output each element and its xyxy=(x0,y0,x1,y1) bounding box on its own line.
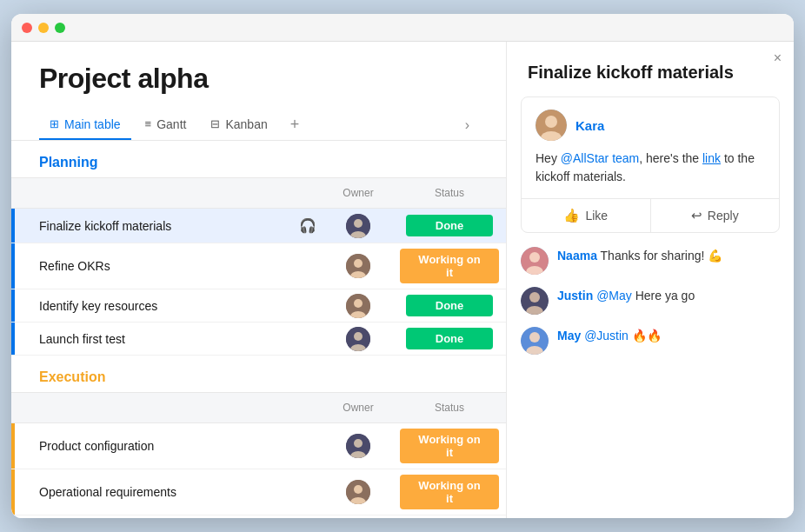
tab-gantt-label: Gantt xyxy=(156,117,186,131)
svg-point-4 xyxy=(354,259,363,268)
project-header: Project alpha xyxy=(11,42,506,102)
svg-point-10 xyxy=(354,332,363,341)
minimize-button[interactable] xyxy=(38,23,49,33)
tab-kanban-label: Kanban xyxy=(225,117,267,131)
execution-col-task-header xyxy=(11,402,323,413)
reply-author: Justin xyxy=(557,289,593,303)
naama-avatar xyxy=(521,247,549,275)
like-button[interactable]: 👍 Like xyxy=(522,199,650,232)
more-tabs-button[interactable]: › xyxy=(456,110,478,140)
reply-item: May @Justin 🔥🔥 xyxy=(521,327,780,355)
row-status-cell: Done xyxy=(393,289,506,322)
justin-avatar xyxy=(521,287,549,315)
reply-label: Reply xyxy=(708,209,739,223)
row-owner-cell xyxy=(323,480,393,504)
window-body: Project alpha ⊞ Main table ≡ Gantt ⊟ Kan… xyxy=(11,42,794,518)
headphone-icon: 🎧 xyxy=(299,217,316,234)
svg-point-13 xyxy=(354,439,363,448)
tab-main-table[interactable]: ⊞ Main table xyxy=(39,110,131,140)
comment-actions: 👍 Like ↩ Reply xyxy=(522,198,779,232)
reply-content: Naama Thanks for sharing! 💪 xyxy=(557,247,722,265)
reply-item: Naama Thanks for sharing! 💪 xyxy=(521,247,780,275)
kanban-icon: ⊟ xyxy=(210,117,220,130)
table-icon: ⊞ xyxy=(50,117,59,130)
svg-point-16 xyxy=(354,485,363,494)
task-name: Refine OKRs xyxy=(39,259,316,273)
avatar xyxy=(346,254,370,278)
section-planning-header: Planning xyxy=(11,141,506,177)
avatar xyxy=(346,214,370,238)
svg-point-28 xyxy=(529,252,540,263)
reply-item: Justin @May Here ya go xyxy=(521,287,780,315)
planning-table-header: Owner Status xyxy=(11,177,506,209)
row-task-cell: Finalize kickoff materials 🎧 xyxy=(15,209,323,243)
add-tab-button[interactable]: + xyxy=(282,109,309,141)
section-execution-title: Execution xyxy=(39,369,105,385)
left-panel: Project alpha ⊞ Main table ≡ Gantt ⊟ Kan… xyxy=(11,42,507,518)
table-row[interactable]: Finalize kickoff materials 🎧 xyxy=(11,209,506,243)
row-status-cell: Done xyxy=(393,323,506,355)
table-area: Planning Owner Status Finalize kickoff m… xyxy=(11,141,506,518)
table-row[interactable]: Payment processing xyxy=(11,515,506,518)
status-badge: Working on it xyxy=(400,249,499,283)
row-task-cell: Refine OKRs xyxy=(15,250,323,282)
section-execution-header: Execution xyxy=(11,356,506,392)
row-owner-cell xyxy=(323,254,393,278)
comment-text: Hey @AllStar team, here's the link to th… xyxy=(536,150,765,186)
avatar xyxy=(346,480,370,504)
svg-point-31 xyxy=(529,292,540,303)
kara-avatar xyxy=(536,110,567,141)
like-label: Like xyxy=(585,209,608,223)
row-owner-cell xyxy=(323,327,393,351)
status-badge: Done xyxy=(406,215,493,236)
reply-author: Naama xyxy=(557,249,597,263)
planning-col-task-header xyxy=(11,188,323,198)
mention-allstar: @AllStar team xyxy=(561,151,639,165)
reply-section: Naama Thanks for sharing! 💪 Just xyxy=(507,247,794,367)
section-planning: Planning Owner Status Finalize kickoff m… xyxy=(11,141,506,356)
reply-button[interactable]: ↩ Reply xyxy=(650,199,780,232)
table-row[interactable]: Refine OKRs W xyxy=(11,243,506,289)
title-bar xyxy=(11,14,794,42)
tab-main-table-label: Main table xyxy=(64,117,121,131)
section-planning-title: Planning xyxy=(39,155,98,170)
row-owner-cell xyxy=(323,434,393,458)
table-row[interactable]: Identify key resources xyxy=(11,289,506,323)
comment-author-row: Kara xyxy=(536,110,765,141)
reply-text: Thanks for sharing! 💪 xyxy=(601,249,723,263)
svg-point-25 xyxy=(545,116,557,128)
row-status-cell: Stuck xyxy=(393,515,506,518)
panel-title: Finalize kickoff materials xyxy=(507,42,794,96)
planning-col-status-header: Status xyxy=(393,182,506,204)
close-panel-button[interactable]: × xyxy=(774,50,782,66)
row-owner-cell xyxy=(323,294,393,318)
task-name: Operational requirements xyxy=(39,485,316,499)
row-status-cell: Working on it xyxy=(393,243,506,289)
comment-card: Kara Hey @AllStar team, here's the link … xyxy=(521,96,780,233)
table-row[interactable]: Launch first test xyxy=(11,323,506,356)
tab-gantt[interactable]: ≡ Gantt xyxy=(135,110,197,140)
avatar xyxy=(346,434,370,458)
reply-icon: ↩ xyxy=(691,208,702,223)
gantt-icon: ≡ xyxy=(145,117,152,130)
status-badge: Working on it xyxy=(400,429,499,463)
project-title: Project alpha xyxy=(39,63,478,95)
row-status-cell: Done xyxy=(393,209,506,242)
execution-col-owner-header: Owner xyxy=(323,396,393,419)
tab-kanban[interactable]: ⊟ Kanban xyxy=(200,110,277,140)
reply-text: @Justin 🔥🔥 xyxy=(584,329,662,342)
tabs-bar: ⊞ Main table ≡ Gantt ⊟ Kanban + › xyxy=(11,102,506,141)
comment-author-name: Kara xyxy=(575,118,604,133)
reply-content: May @Justin 🔥🔥 xyxy=(557,327,662,345)
planning-col-owner-header: Owner xyxy=(323,182,393,204)
close-button[interactable] xyxy=(22,23,32,33)
kickoff-link[interactable]: link xyxy=(702,151,721,165)
table-row[interactable]: Operational requirements xyxy=(11,469,506,515)
row-task-cell: Operational requirements xyxy=(15,476,323,508)
task-name: Finalize kickoff materials xyxy=(39,219,292,233)
avatar xyxy=(346,294,370,318)
reply-content: Justin @May Here ya go xyxy=(557,287,695,305)
table-row[interactable]: Product configuration xyxy=(11,423,506,469)
maximize-button[interactable] xyxy=(55,23,65,33)
execution-col-status-header: Status xyxy=(393,396,506,419)
